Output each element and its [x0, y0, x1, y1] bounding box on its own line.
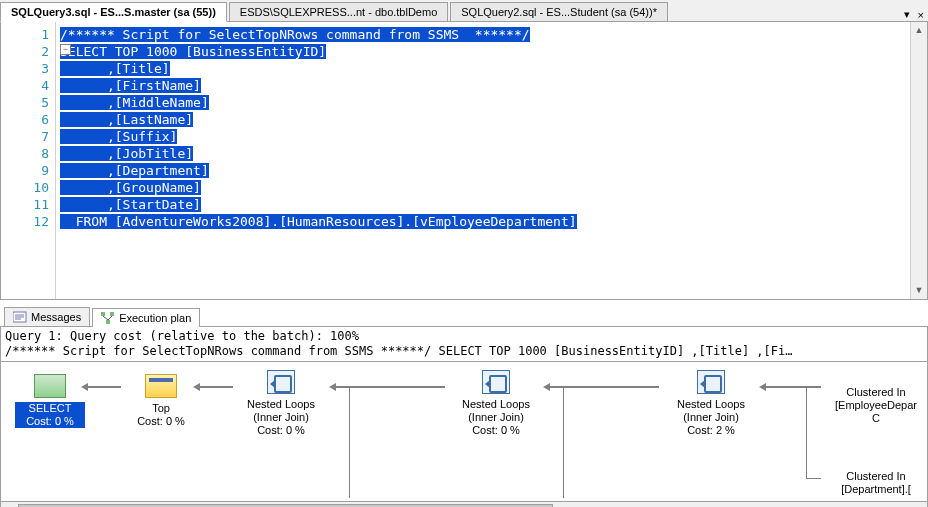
plan-arrow-head-icon	[81, 383, 88, 391]
plan-node-title: Nested Loops	[231, 398, 331, 411]
execution-plan-canvas[interactable]: SELECT Cost: 0 % Top Cost: 0 % Nested Lo…	[0, 362, 928, 502]
plan-node-sub2: C	[821, 412, 928, 425]
nested-loops-icon	[265, 368, 297, 396]
line-number-gutter: 123456789101112	[1, 22, 56, 299]
plan-arrow-head-icon	[329, 383, 336, 391]
svg-rect-4	[101, 312, 105, 316]
code-line: ,[Title]	[60, 61, 170, 76]
svg-line-7	[103, 316, 108, 320]
plan-arrow-head-icon	[543, 383, 550, 391]
sql-editor[interactable]: 123456789101112 − /****** Script for Sel…	[0, 22, 928, 300]
top-operator-icon	[145, 372, 177, 400]
code-line: ,[Suffix]	[60, 129, 177, 144]
scroll-right-icon[interactable]: ►	[910, 502, 927, 507]
messages-icon	[13, 311, 27, 323]
plan-arrow-head-icon	[193, 383, 200, 391]
plan-node-nested-loops-3[interactable]: Nested Loops (Inner Join) Cost: 2 %	[661, 368, 761, 437]
code-area[interactable]: /****** Script for SelectTopNRows comman…	[56, 22, 927, 299]
code-line: ,[Department]	[60, 163, 209, 178]
code-line: ,[MiddleName]	[60, 95, 209, 110]
svg-rect-6	[106, 320, 110, 324]
plan-node-title: SELECT	[15, 402, 85, 415]
plan-node-cost: Cost: 0 %	[126, 415, 196, 428]
svg-line-8	[108, 316, 112, 320]
code-line: ,[StartDate]	[60, 197, 201, 212]
code-line: ,[FirstName]	[60, 78, 201, 93]
plan-node-top[interactable]: Top Cost: 0 %	[126, 372, 196, 428]
plan-node-title: Nested Loops	[446, 398, 546, 411]
plan-arrow	[763, 386, 821, 388]
tab-messages-label: Messages	[31, 311, 81, 323]
plan-node-title: Clustered In	[821, 386, 928, 399]
plan-node-clustered-index-2[interactable]: Clustered In [Department].[	[821, 470, 928, 496]
plan-node-sub: (Inner Join)	[446, 411, 546, 424]
tab-tbldemo[interactable]: ESDS\SQLEXPRESS...nt - dbo.tblDemo	[229, 2, 448, 21]
plan-node-select[interactable]: SELECT Cost: 0 %	[15, 372, 85, 428]
plan-node-sub: (Inner Join)	[661, 411, 761, 424]
code-line: /****** Script for SelectTopNRows comman…	[60, 27, 530, 42]
plan-node-title: Top	[126, 402, 196, 415]
plan-node-cost: Cost: 2 %	[661, 424, 761, 437]
scroll-track[interactable]	[911, 39, 927, 282]
code-line: ,[JobTitle]	[60, 146, 193, 161]
plan-node-cost: Cost: 0 %	[15, 415, 85, 428]
scroll-down-icon[interactable]: ▼	[911, 282, 927, 299]
scroll-up-icon[interactable]: ▲	[911, 22, 927, 39]
plan-node-nested-loops-2[interactable]: Nested Loops (Inner Join) Cost: 0 %	[446, 368, 546, 437]
tab-messages[interactable]: Messages	[4, 307, 90, 326]
plan-connector	[349, 388, 350, 498]
select-operator-icon	[34, 372, 66, 400]
plan-arrow-head-icon	[759, 383, 766, 391]
code-fold-toggle[interactable]: −	[60, 44, 71, 55]
tab-dropdown-icon[interactable]: ▾	[900, 8, 914, 21]
tab-execution-plan[interactable]: Execution plan	[92, 308, 200, 327]
plan-header-cost: Query 1: Query cost (relative to the bat…	[5, 329, 923, 344]
plan-node-nested-loops-1[interactable]: Nested Loops (Inner Join) Cost: 0 %	[231, 368, 331, 437]
results-tab-strip: Messages Execution plan	[0, 304, 928, 327]
plan-node-cost: Cost: 0 %	[231, 424, 331, 437]
svg-rect-5	[110, 312, 114, 316]
nested-loops-icon	[695, 368, 727, 396]
plan-node-title: Nested Loops	[661, 398, 761, 411]
tab-sqlquery3[interactable]: SQLQuery3.sql - ES...S.master (sa (55))	[0, 2, 227, 22]
nested-loops-icon	[480, 368, 512, 396]
code-line: SELECT TOP 1000 [BusinessEntityID]	[60, 44, 326, 59]
plan-node-sub: [EmployeeDepar	[821, 399, 928, 412]
code-line: ,[LastName]	[60, 112, 193, 127]
plan-node-cost: Cost: 0 %	[446, 424, 546, 437]
execution-plan-icon	[101, 312, 115, 324]
plan-horizontal-scrollbar[interactable]: ◄ ►	[0, 502, 928, 507]
scroll-track[interactable]	[18, 502, 910, 507]
document-tab-strip: SQLQuery3.sql - ES...S.master (sa (55)) …	[0, 0, 928, 22]
plan-header-query: /****** Script for SelectTopNRows comman…	[5, 344, 923, 359]
plan-node-sub: (Inner Join)	[231, 411, 331, 424]
editor-vertical-scrollbar[interactable]: ▲ ▼	[910, 22, 927, 299]
plan-header: Query 1: Query cost (relative to the bat…	[0, 327, 928, 362]
plan-connector	[806, 388, 807, 478]
plan-connector	[563, 388, 564, 498]
plan-arrow	[85, 386, 121, 388]
plan-node-title: Clustered In	[821, 470, 928, 483]
plan-node-clustered-index-1[interactable]: Clustered In [EmployeeDepar C	[821, 386, 928, 425]
plan-connector	[806, 478, 821, 479]
tab-close-icon[interactable]: ×	[914, 9, 928, 21]
plan-node-sub: [Department].[	[821, 483, 928, 496]
tab-execution-plan-label: Execution plan	[119, 312, 191, 324]
code-line: FROM [AdventureWorks2008].[HumanResource…	[60, 214, 577, 229]
tab-sqlquery2[interactable]: SQLQuery2.sql - ES...Student (sa (54))*	[450, 2, 668, 21]
code-line: ,[GroupName]	[60, 180, 201, 195]
plan-arrow	[197, 386, 233, 388]
scroll-left-icon[interactable]: ◄	[1, 502, 18, 507]
